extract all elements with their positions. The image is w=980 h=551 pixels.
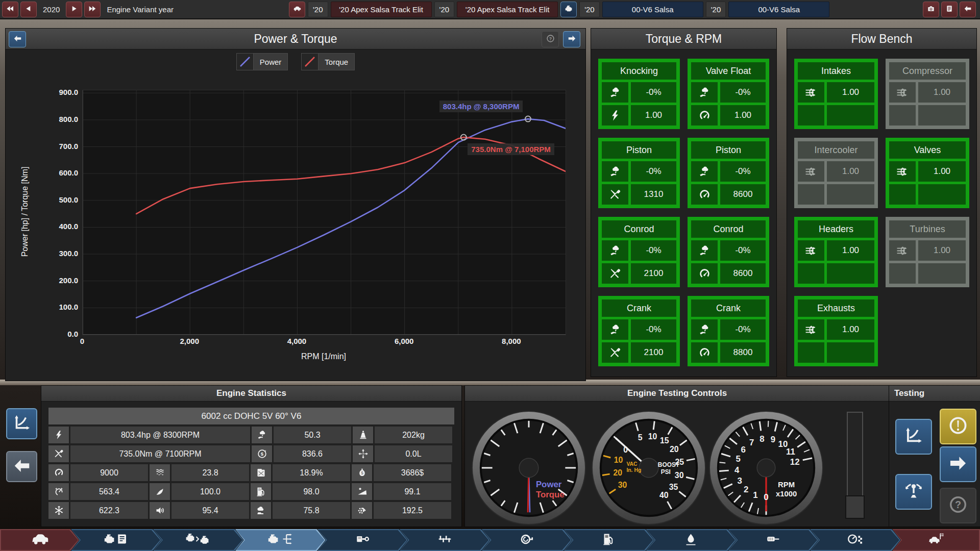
engine-project-button[interactable] [560, 2, 577, 17]
engine-variant-tab[interactable]: 00-V6 Salsa [602, 2, 703, 17]
airflow-icon [889, 82, 916, 103]
card-value: 1310 [631, 184, 676, 205]
year-prev-button[interactable] [20, 2, 37, 17]
nav-tab-engine-files[interactable] [71, 529, 161, 551]
tools-icon [602, 263, 628, 284]
graphs-button[interactable] [6, 408, 37, 439]
card-value: -0% [720, 82, 766, 103]
prev-icon [24, 5, 33, 15]
legend-item-power[interactable]: Power [236, 53, 288, 70]
y-tick-label: 600.0 [59, 168, 78, 178]
stat-value: 0.0L [375, 445, 452, 462]
jerrycan-icon [251, 464, 271, 481]
nav-tab-piston[interactable] [317, 529, 408, 551]
card-row: 1.00 [798, 319, 874, 340]
card-title: Intakes [798, 62, 874, 80]
card-value [827, 263, 874, 284]
continue-button[interactable] [940, 446, 976, 482]
nav-tab-dyno[interactable] [810, 529, 900, 551]
throttle-slider[interactable] [847, 412, 863, 519]
nav-tab-car[interactable] [0, 529, 79, 551]
smoothness-icon [150, 483, 170, 500]
card-row: 1.00 [889, 240, 966, 261]
chart-help-button[interactable]: ? [542, 31, 559, 47]
torque-rpm-card-conrod: Conrod-0%8600 [688, 217, 769, 287]
card-row [798, 263, 874, 284]
car-trim-tab[interactable]: '20 Apex Salsa Track Elit [331, 2, 432, 17]
airflow-icon [798, 161, 824, 182]
nav-tab-car-flag[interactable] [892, 529, 980, 551]
stat-value: 75.8 [273, 502, 350, 519]
svg-text:$: $ [260, 451, 263, 457]
legend-item-torque[interactable]: Torque [301, 53, 355, 70]
svg-text:PSI: PSI [661, 468, 671, 475]
svg-text:9: 9 [771, 435, 775, 444]
card-title: Valve Float [691, 62, 766, 80]
year-value: 2020 [39, 5, 64, 14]
stat-row: 803.4hp @ 8300RPM50.3202kg [48, 427, 454, 443]
stat-value: 192.5 [374, 502, 451, 519]
card-row: -0% [602, 319, 676, 340]
throttle-slider-handle[interactable] [845, 495, 865, 519]
svg-text:30: 30 [618, 481, 627, 489]
screenshot-button[interactable] [923, 2, 939, 17]
notes-button[interactable] [941, 2, 958, 17]
year-ffwd-button[interactable] [84, 2, 101, 17]
arrow-left-icon [13, 457, 31, 477]
dyno-graph-button[interactable] [895, 419, 932, 455]
card-row: 1.00 [691, 105, 766, 126]
card-value: 1.00 [827, 82, 874, 103]
nav-tab-surface [565, 530, 653, 550]
nav-tab-turbo[interactable] [482, 529, 572, 551]
year-play-button[interactable] [66, 2, 82, 17]
svg-text:0: 0 [623, 445, 628, 454]
card-title: Conrod [602, 220, 676, 238]
flow-bench-card-valves: Valves1.00 [886, 138, 969, 208]
car-project-button[interactable] [289, 2, 305, 17]
torque-peak-callout: 735.0Nm @ 7,100RPM [468, 143, 554, 155]
help-button[interactable]: ? [940, 488, 976, 523]
nav-tab-surface [483, 530, 571, 550]
card-row: -0% [602, 240, 676, 261]
stat-value: 202kg [375, 427, 452, 443]
svg-text:10: 10 [648, 432, 657, 441]
chart-back-button[interactable] [9, 31, 26, 47]
engine-variant-tab[interactable]: 00-V6 Salsa [728, 2, 829, 17]
navigate-back-button[interactable] [6, 451, 37, 482]
card-row: 2100 [602, 263, 676, 284]
card-value: 8600 [720, 263, 766, 284]
stat-value: 563.4 [70, 483, 148, 500]
dyno-plot: 803.4hp @ 8,300RPM735.0Nm @ 7,100RPM [82, 90, 566, 335]
nav-tab-engine-family[interactable] [153, 529, 243, 551]
chart-next-button[interactable] [563, 31, 580, 47]
svg-text:x1000: x1000 [776, 490, 797, 498]
knock-icon [602, 161, 628, 182]
car-trim-tab[interactable]: '20 Apex Salsa Track Elit [457, 2, 558, 17]
back-button[interactable] [960, 2, 976, 17]
nav-tab-surface [154, 530, 242, 550]
y-tick-label: 100.0 [59, 303, 78, 312]
warning-icon [948, 416, 968, 437]
warning-button[interactable] [940, 409, 976, 444]
year-rewind-button[interactable] [2, 2, 18, 17]
nav-tab-fuel-pump[interactable] [564, 529, 654, 551]
airflow-icon [798, 240, 824, 261]
card-value: -0% [631, 161, 676, 182]
nav-tab-engine-variant[interactable] [235, 529, 326, 551]
card-value: 2100 [631, 342, 676, 363]
card-title: Intercooler [798, 141, 874, 159]
nav-tab-oil[interactable] [646, 529, 736, 551]
torque-rpm-card-piston: Piston-0%1310 [598, 138, 680, 208]
card-value: -0% [631, 319, 676, 340]
graph-icon [904, 426, 923, 447]
svg-text:12: 12 [790, 457, 800, 467]
lightning-icon [48, 427, 69, 443]
card-value: 1.00 [720, 105, 766, 126]
nav-tab-crankshaft[interactable] [400, 529, 490, 551]
stat-row: 900023.818.9%$3686$ [48, 464, 454, 481]
svg-text:8: 8 [760, 434, 764, 444]
knock-icon [252, 427, 272, 443]
manual-throttle-button[interactable] [895, 474, 932, 510]
svg-text:5: 5 [736, 454, 740, 464]
nav-tab-muffler[interactable] [728, 529, 818, 551]
